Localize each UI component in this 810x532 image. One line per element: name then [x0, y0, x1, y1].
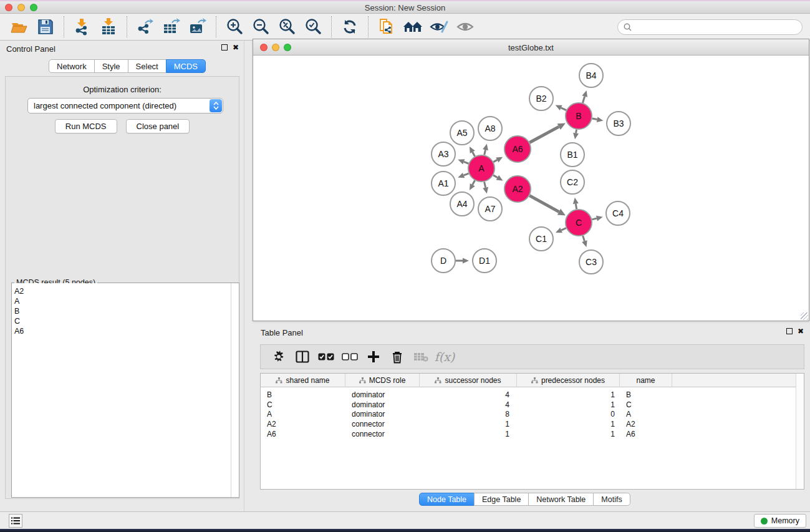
deselect-all-button[interactable]	[339, 347, 360, 366]
table-scrollbar[interactable]	[796, 374, 804, 489]
table-cell[interactable]: dominator	[345, 409, 420, 419]
export-network-button[interactable]	[135, 17, 156, 37]
table-cell[interactable]: connector	[345, 429, 420, 439]
zoom-fit-button[interactable]	[276, 17, 297, 37]
edge-C-C4[interactable]	[592, 218, 597, 220]
column-layout-button[interactable]	[292, 347, 313, 366]
close-panel-icon[interactable]: ✖	[233, 44, 239, 51]
refresh-button[interactable]	[339, 17, 360, 37]
table-cell[interactable]: dominator	[345, 400, 420, 410]
edge-A-A5[interactable]	[473, 152, 475, 157]
table-row-A6[interactable]: A6connector11A6	[261, 429, 796, 439]
function-builder-button[interactable]: f(x)	[434, 347, 455, 366]
column-header-successor-nodes[interactable]: successor nodes	[420, 374, 517, 387]
network-canvas[interactable]: B4B2BB3A5A8A6A3B1AC2A1A2A4A7C4CC1DD1C3	[253, 56, 809, 321]
table-cell[interactable]: 8	[420, 409, 517, 419]
criterion-dropdown[interactable]: largest connected component (directed)	[27, 98, 223, 114]
zoom-selected-button[interactable]	[302, 17, 324, 37]
table-cell[interactable]: A	[620, 409, 672, 419]
edge-A-A4[interactable]	[473, 180, 475, 185]
edge-C-C3[interactable]	[583, 236, 585, 241]
tab-mcds[interactable]: MCDS	[166, 59, 206, 73]
table-cell[interactable]: 1	[517, 429, 620, 439]
result-item[interactable]: A	[12, 296, 230, 306]
zoom-out-button[interactable]	[250, 17, 271, 37]
select-all-button[interactable]	[316, 347, 337, 366]
column-header-predecessor-nodes[interactable]: predecessor nodes	[517, 374, 620, 387]
table-row-A2[interactable]: A2connector11A2	[261, 419, 796, 429]
edge-A-A7[interactable]	[485, 182, 486, 188]
result-item[interactable]: C	[12, 316, 230, 326]
window-resize-handle[interactable]	[801, 312, 808, 320]
table-cell[interactable]: 1	[420, 429, 517, 439]
table-row-B[interactable]: Bdominator41B	[261, 390, 796, 400]
export-table-button[interactable]	[161, 17, 182, 37]
hide-selected-button[interactable]	[428, 17, 450, 37]
table-cell[interactable]: 4	[420, 390, 517, 400]
close-table-panel-icon[interactable]: ✖	[798, 328, 804, 334]
search-input[interactable]	[635, 22, 796, 31]
result-item[interactable]: B	[12, 306, 230, 316]
network-graph[interactable]: B4B2BB3A5A8A6A3B1AC2A1A2A4A7C4CC1DD1C3	[253, 56, 809, 321]
table-cell[interactable]: 4	[420, 400, 517, 410]
edge-A-A3[interactable]	[464, 162, 469, 163]
table-cell[interactable]: 1	[517, 390, 620, 400]
memory-button[interactable]: Memory	[754, 514, 806, 528]
show-all-button[interactable]	[455, 17, 476, 37]
add-column-button[interactable]	[363, 347, 384, 366]
tab-motifs[interactable]: Motifs	[593, 493, 630, 506]
tab-network[interactable]: Network	[49, 59, 95, 73]
delete-column-button[interactable]	[387, 347, 408, 366]
table-cell[interactable]: A2	[261, 419, 345, 429]
result-scrollbar[interactable]	[231, 283, 239, 497]
column-header-name[interactable]: name	[620, 374, 672, 387]
edge-A-A8[interactable]	[485, 150, 486, 155]
table-cell[interactable]: B	[261, 390, 345, 400]
edge-B-B3[interactable]	[592, 118, 597, 119]
table-cell[interactable]: A2	[620, 419, 672, 429]
first-neighbors-button[interactable]	[402, 17, 423, 37]
edge-A-A6[interactable]	[493, 160, 497, 162]
table-cell[interactable]: 0	[517, 409, 620, 419]
table-cell[interactable]: C	[261, 400, 345, 410]
table-row-C[interactable]: Cdominator41C	[261, 400, 796, 410]
save-session-button[interactable]	[35, 17, 56, 37]
open-session-button[interactable]	[9, 17, 30, 37]
tab-node-table[interactable]: Node Table	[419, 493, 475, 506]
import-table-button[interactable]	[98, 17, 119, 37]
table-row-A[interactable]: Adominator80A	[261, 409, 796, 419]
column-header-MCDS-role[interactable]: MCDS role	[345, 374, 420, 387]
tab-edge-table[interactable]: Edge Table	[474, 493, 529, 506]
table-settings-button[interactable]	[268, 347, 289, 366]
column-header-shared-name[interactable]: shared name	[261, 374, 345, 387]
edge-B-B2[interactable]	[561, 108, 566, 110]
import-network-button[interactable]	[72, 17, 93, 37]
export-image-button[interactable]	[187, 17, 208, 37]
table-cell[interactable]: connector	[345, 419, 420, 429]
table-cell[interactable]: 1	[517, 419, 620, 429]
clone-network-button[interactable]	[376, 17, 397, 37]
edge-A-A2[interactable]	[493, 175, 498, 178]
edge-C-C1[interactable]	[561, 228, 566, 230]
edge-B-B1[interactable]	[576, 130, 577, 133]
zoom-in-button[interactable]	[224, 17, 245, 37]
table-cell[interactable]: A6	[620, 429, 672, 439]
table-cell[interactable]: A6	[261, 429, 345, 439]
float-panel-icon[interactable]	[221, 44, 228, 51]
edge-C-C2[interactable]	[576, 204, 576, 210]
table-cell[interactable]: A	[261, 409, 345, 419]
delete-table-button[interactable]	[410, 347, 432, 366]
run-mcds-button[interactable]: Run MCDS	[55, 119, 117, 133]
result-item[interactable]: A2	[12, 286, 230, 296]
table-cell[interactable]: B	[620, 390, 672, 400]
search-field[interactable]	[617, 19, 803, 35]
result-item[interactable]: A6	[12, 326, 230, 336]
edge-A6-B[interactable]	[529, 127, 559, 142]
float-table-panel-icon[interactable]	[786, 328, 793, 334]
task-history-button[interactable]	[9, 514, 22, 528]
edge-A2-C[interactable]	[529, 196, 559, 212]
mcds-result-list[interactable]: A2ABCA6	[12, 283, 239, 497]
tab-style[interactable]: Style	[94, 59, 128, 73]
table-cell[interactable]: C	[620, 400, 672, 410]
edge-A-A1[interactable]	[464, 173, 469, 175]
